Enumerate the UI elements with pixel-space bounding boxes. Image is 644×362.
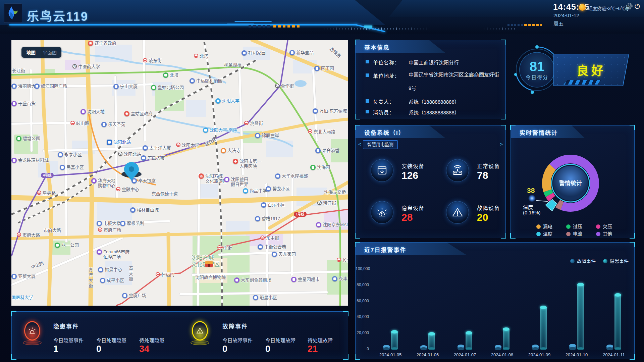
weather-text: 轻度雾霾-3℃~6℃东 <box>588 5 629 11</box>
map-label: 沈阳北站 <box>118 152 141 157</box>
map-label: 干盛百货 <box>11 101 36 106</box>
decor-squares-orange-right <box>524 24 542 26</box>
legend-item-其他[interactable]: 其他 <box>596 230 612 237</box>
map-label: 祥和家园 <box>241 50 266 56</box>
building-icon <box>11 84 17 89</box>
decor-slider[interactable] <box>364 25 372 28</box>
map-label: 中远颐和丽园 <box>190 78 222 84</box>
gridline <box>371 269 630 269</box>
tab-smart-power[interactable]: 智慧用电监测 <box>363 140 398 149</box>
map-label: 格林自由城 <box>130 207 159 213</box>
building-icon <box>143 145 148 151</box>
decor-squares <box>249 25 272 28</box>
map-label: 宁山大厦 <box>113 84 138 89</box>
legend-item-电流[interactable]: 电流 <box>566 230 582 237</box>
train-station-icon <box>107 140 112 145</box>
bar-隐患事件-2024-01-07[interactable] <box>466 333 472 349</box>
tab-prev-arrow[interactable]: < <box>358 141 361 147</box>
legend-item-欠压[interactable]: 欠压 <box>596 223 612 229</box>
stat-value: 78 <box>477 170 488 181</box>
bar-隐患事件-2024-01-08[interactable] <box>503 329 509 349</box>
stat-normal: 正常设备 78 <box>446 159 517 196</box>
map-label: 皇姑北塔公园 <box>151 85 184 90</box>
map-label: 滂江街 <box>317 201 336 206</box>
bar-故障事件-2024-01-10[interactable] <box>569 346 576 349</box>
highlight-name: 温度 <box>523 203 533 210</box>
bar-故障事件-2024-01-11[interactable] <box>606 346 613 349</box>
sun-icon <box>579 4 586 11</box>
legend-item-过压[interactable]: 过压 <box>566 223 582 229</box>
map-label: 怀远门 <box>156 272 174 277</box>
map-label: 奉天银座 <box>131 178 156 184</box>
building-icon <box>315 148 321 153</box>
stat-value: 0 <box>265 344 270 354</box>
map-label: 中山路 <box>31 261 45 270</box>
stat-value: 126 <box>401 170 418 181</box>
legend-item-漏电[interactable]: 漏电 <box>536 223 552 229</box>
decor-squares-orange <box>273 25 302 28</box>
building-icon <box>130 207 136 213</box>
map-toggle-plan[interactable]: 平面图 <box>39 49 60 56</box>
school-icon <box>243 188 248 194</box>
bar-故障事件-2024-01-07[interactable] <box>458 346 464 349</box>
map-label: 联合路 <box>204 136 217 148</box>
bar-故障事件-2024-01-05[interactable] <box>383 347 390 349</box>
map-label: 永泰小区 <box>58 152 82 157</box>
transit-icon <box>317 201 322 205</box>
building-icon <box>120 221 125 226</box>
bar-隐患事件-2024-01-05[interactable] <box>391 332 398 349</box>
map-view-toggle[interactable]: 地图 平面图 <box>21 47 61 58</box>
map-label: 峰汇国际广场 <box>34 84 67 89</box>
bar-隐患事件-2024-01-06[interactable] <box>428 334 435 349</box>
building-icon <box>101 122 107 127</box>
building-icon <box>275 173 280 179</box>
power-icon[interactable]: ⏻ <box>635 3 640 10</box>
tab-next-arrow[interactable]: > <box>500 141 503 147</box>
bar-隐患事件-2024-01-11[interactable] <box>614 295 621 349</box>
weekly-bar-chart: 020,00040,00060,00080,000100,0002024-01-… <box>356 243 635 360</box>
speaker-icon[interactable]: 🔊 <box>625 3 633 11</box>
park-icon <box>151 85 156 90</box>
chart-legend-故障事件[interactable]: 故障事件 <box>570 257 596 264</box>
building-icon <box>258 244 263 250</box>
bar-故障事件-2024-01-06[interactable] <box>420 347 427 349</box>
map-label: 香槽1917 <box>255 216 280 221</box>
legend-dot <box>536 232 541 236</box>
map-label: 成平小区 <box>100 278 124 283</box>
map-label: 裕景中心 <box>98 267 122 272</box>
bar-故障事件-2024-01-08[interactable] <box>495 347 501 349</box>
stat-value: 34 <box>139 344 149 354</box>
info-label: 单位地址： <box>373 72 400 79</box>
legend-item-温度[interactable]: 温度 <box>536 230 552 237</box>
building-icon <box>113 84 119 89</box>
bar-故障事件-2024-01-09[interactable] <box>532 346 539 349</box>
map-label: 中医药大学 <box>72 64 100 69</box>
fault-device-icon <box>446 201 469 224</box>
map-label: 八一公园 <box>55 243 79 248</box>
stat-value: 0 <box>222 344 227 354</box>
government-icon <box>124 111 129 116</box>
hazard-event-icon <box>22 320 42 345</box>
building-icon <box>131 178 137 184</box>
stat-value: 20 <box>477 212 488 223</box>
building-icon <box>255 216 260 221</box>
chart-legend-隐患事件[interactable]: 隐患事件 <box>603 257 629 264</box>
metro-icon <box>70 121 75 125</box>
city-map[interactable]: 辽宁省政府陵东街中医药大学长江街海丽德大厦峰汇国际广场宁山大厦皇姑北塔公园北塔干… <box>11 40 348 306</box>
stat-value: 28 <box>401 212 413 223</box>
score-value: 81 <box>530 59 545 74</box>
map-label: 市府大路 <box>44 228 61 233</box>
x-axis-tick: 2024-01-09 <box>521 352 558 357</box>
bar-隐患事件-2024-01-09[interactable] <box>540 307 547 349</box>
x-axis-tick: 2024-01-11 <box>595 352 632 357</box>
map-toggle-map[interactable]: 地图 <box>23 49 39 56</box>
map-label: 金厦广场 <box>122 293 146 298</box>
building-icon <box>34 84 40 89</box>
map-label: 金星园超市 <box>291 277 320 282</box>
basic-info-title: 基本信息 <box>364 43 390 51</box>
bar-隐患事件-2024-01-10[interactable] <box>577 285 584 349</box>
map-label: 辽宁省政府 <box>88 41 116 46</box>
map-label: 馨龙小区 <box>266 186 290 192</box>
hazard-stripes <box>564 80 601 85</box>
normal-device-icon <box>446 159 469 182</box>
